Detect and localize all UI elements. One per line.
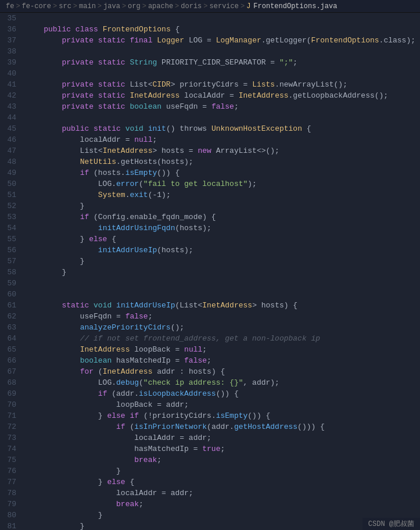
token-plain: LOG = (184, 36, 216, 45)
token-plain (26, 191, 98, 199)
line-number: 54 (0, 223, 26, 234)
line-number: 41 (0, 79, 26, 90)
code-line: 80 } (0, 510, 420, 521)
breadcrumb-item[interactable]: java (103, 2, 120, 10)
line-content: if (Config.enable_fqdn_mode) { (26, 212, 420, 223)
token-plain: (); (171, 323, 184, 332)
token-kw: break (134, 456, 157, 464)
token-plain: } (26, 522, 84, 530)
token-kw: static (98, 80, 125, 89)
line-number: 73 (0, 432, 26, 443)
breadcrumb-sep: > (122, 2, 126, 10)
token-kw: private (62, 91, 94, 100)
footer: CSDN @肥叔菌 (362, 518, 420, 530)
breadcrumb-file[interactable]: FrontendOptions.java (253, 2, 337, 10)
token-plain: localAddr = (26, 135, 134, 144)
token-plain: ; (139, 500, 143, 508)
token-plain: ; (157, 456, 161, 464)
line-number: 76 (0, 465, 26, 477)
token-plain: > priorityCidrs = (171, 80, 252, 89)
token-plain (26, 422, 116, 431)
token-kw: else (107, 411, 125, 420)
token-kw: static (98, 36, 125, 45)
line-number: 71 (0, 410, 26, 421)
code-line: 54 initAddrUsingFqdn(hosts); (0, 223, 420, 234)
breadcrumb-item[interactable]: fe-core (22, 2, 51, 10)
breadcrumb-item[interactable]: apache (148, 2, 173, 10)
token-plain: > hosts) { (252, 301, 297, 310)
code-line: 75 break; (0, 454, 420, 465)
token-plain: (addr. (107, 389, 139, 398)
line-number: 66 (0, 355, 26, 366)
line-content: } (26, 267, 420, 278)
breadcrumb-item[interactable]: doris (181, 2, 202, 10)
line-content: } (26, 256, 420, 267)
token-plain: ( (139, 180, 143, 188)
token-class-name: FrontendOptions (311, 36, 379, 45)
token-str: ";" (279, 58, 293, 67)
line-number: 51 (0, 189, 26, 200)
breadcrumb-item[interactable]: service (210, 2, 239, 10)
line-content: for (InetAddress addr : hosts) { (26, 366, 420, 377)
token-plain (143, 124, 148, 133)
token-plain: (addr. (207, 422, 234, 431)
line-number: 77 (0, 477, 26, 488)
token-plain: ()) { (157, 169, 180, 177)
line-content: LOG.error("fail to get localhost"); (26, 178, 420, 189)
token-kw: false (211, 102, 234, 111)
line-content (26, 46, 420, 57)
line-content: private static InetAddress localAddr = I… (26, 90, 420, 101)
code-line: 47 List<InetAddress> hosts = new ArrayLi… (0, 145, 420, 156)
token-kw: public (62, 124, 89, 133)
token-kw: if (116, 422, 125, 431)
code-line: 67 for (InetAddress addr : hosts) { (0, 366, 420, 377)
line-number: 55 (0, 234, 26, 245)
token-plain (112, 301, 116, 310)
token-kw: false (125, 312, 148, 321)
line-content: hasMatchedIp = true; (26, 443, 420, 454)
token-plain: (List< (175, 301, 203, 310)
token-plain (26, 25, 44, 34)
token-plain (26, 323, 80, 332)
code-line: 60 (0, 289, 420, 300)
token-kw: static (94, 124, 121, 133)
token-plain: useFqdn = (26, 312, 125, 321)
code-line: 41 private static List<CIDR> priorityCid… (0, 79, 420, 90)
token-plain: ; (202, 345, 207, 354)
code-line: 81 } (0, 521, 420, 530)
token-plain: ( (139, 378, 143, 387)
token-plain: LOG. (26, 378, 116, 387)
line-number: 81 (0, 521, 26, 530)
token-plain: } (26, 235, 89, 243)
line-number: 48 (0, 156, 26, 167)
token-fn: isEmpty (125, 169, 157, 177)
token-plain: ( (94, 367, 103, 376)
line-number: 69 (0, 388, 26, 399)
token-class-name: FrontendOptions (103, 25, 171, 34)
token-plain: loopBack = addr; (26, 400, 189, 409)
token-plain (26, 58, 62, 67)
line-number: 36 (0, 24, 26, 35)
code-line: 72 if (isInPriorNetwork(addr.getHostAddr… (0, 421, 420, 432)
token-plain (26, 169, 80, 177)
code-line: 76 } (0, 465, 420, 477)
breadcrumb-item[interactable]: org (128, 2, 141, 10)
breadcrumb-item[interactable]: fe (6, 2, 14, 10)
line-number: 68 (0, 377, 26, 388)
token-plain: loopBack = (130, 345, 184, 354)
token-class-name: InetAddress (239, 91, 289, 100)
token-plain: (-1); (148, 191, 171, 199)
code-line: 52 } (0, 200, 420, 212)
token-plain (26, 224, 98, 232)
token-plain: LOG. (26, 180, 116, 188)
code-line: 61 static void initAddrUseIp(List<InetAd… (0, 300, 420, 311)
breadcrumb-item[interactable]: src (59, 2, 71, 10)
token-fn: initAddrUseIp (116, 301, 175, 310)
line-number: 53 (0, 212, 26, 223)
code-line: 59 (0, 278, 420, 289)
token-plain: ; (148, 312, 153, 321)
line-content: } else { (26, 234, 420, 245)
breadcrumb-item[interactable]: main (79, 2, 96, 10)
code-line: 77 } else { (0, 477, 420, 488)
line-content: private static final Logger LOG = LogMan… (26, 35, 420, 46)
